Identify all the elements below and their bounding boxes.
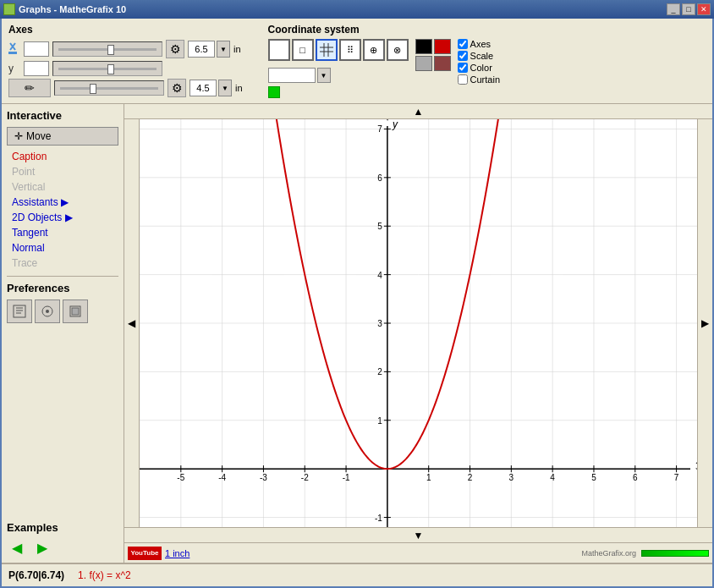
formula-expr: f(x) = x^2 — [89, 569, 130, 581]
checkbox-color[interactable]: Color — [458, 63, 500, 73]
pref-btn-2[interactable] — [35, 299, 60, 323]
checkbox-axes[interactable]: Axes — [458, 39, 500, 49]
y-size-dropdown[interactable]: ▼ — [218, 80, 232, 96]
pencil-button[interactable]: ✏ — [8, 79, 51, 97]
x-size-unit: in — [233, 44, 241, 54]
y-axis-letter: y — [8, 63, 20, 74]
line-sample[interactable] — [268, 68, 316, 83]
x-size-select: 6.5 ▼ — [188, 41, 230, 58]
svg-rect-5 — [14, 305, 25, 317]
x-axis-slider[interactable] — [52, 41, 162, 57]
graph-canvas[interactable] — [140, 119, 697, 527]
curtain-checkbox[interactable] — [458, 74, 468, 85]
next-example-button[interactable]: ▶ — [32, 537, 52, 558]
menu-tangent[interactable]: Tangent — [7, 225, 118, 240]
status-bar: P(6.70|6.74) 1. f(x) = x^2 — [2, 563, 712, 586]
minimize-button[interactable]: _ — [667, 3, 680, 15]
coord-dots[interactable]: ⠿ — [339, 39, 361, 61]
window-controls: _ □ ✕ — [667, 3, 711, 15]
line-dropdown[interactable]: ▼ — [317, 68, 331, 83]
svg-rect-0 — [8, 52, 17, 54]
pref-buttons — [7, 299, 118, 323]
y-axis-input[interactable] — [24, 61, 49, 76]
coord-blank[interactable] — [268, 39, 290, 61]
pencil-slider-thumb[interactable] — [90, 84, 96, 94]
close-button[interactable]: ✕ — [697, 3, 711, 15]
graph-container[interactable]: ◀ ▶ — [124, 119, 712, 527]
x-size-dropdown[interactable]: ▼ — [217, 41, 230, 58]
x-slider-thumb[interactable] — [107, 45, 114, 55]
swatch-black[interactable] — [415, 39, 432, 54]
coord-box[interactable]: □ — [292, 39, 314, 61]
color-swatches — [415, 39, 451, 85]
menu-trace[interactable]: Trace — [7, 256, 118, 271]
top-controls: Axes ⚙ 6.5 ▼ in — [2, 19, 712, 104]
menu-2d-objects[interactable]: 2D Objects ▶ — [7, 210, 118, 225]
scroll-up-button[interactable]: ▲ — [124, 104, 712, 119]
coord-grid[interactable] — [316, 39, 338, 61]
axes-section: Axes ⚙ 6.5 ▼ in — [8, 24, 243, 98]
prev-example-button[interactable]: ◀ — [7, 537, 27, 558]
axes-checkbox[interactable] — [458, 39, 468, 49]
axes-checkbox-label: Axes — [470, 39, 491, 49]
y-size-unit: in — [235, 83, 243, 93]
formula-index: 1. — [78, 569, 86, 581]
menu-caption[interactable]: Caption — [7, 149, 118, 164]
coord-label: Coordinate system — [268, 24, 500, 36]
y-size-value: 4.5 — [189, 80, 217, 96]
window-title: Graphs - MatheGrafix 10 — [19, 4, 126, 14]
coord-polar2[interactable]: ⊗ — [387, 39, 409, 61]
status-coords: P(6.70|6.74) — [8, 569, 64, 581]
interactive-label: Interactive — [7, 109, 118, 122]
y-axis-gear[interactable]: ⚙ — [168, 79, 186, 97]
x-axis-gear[interactable]: ⚙ — [166, 40, 184, 58]
green-indicator — [268, 86, 280, 98]
menu-point[interactable]: Point — [7, 164, 118, 179]
graph-area: ▲ ◀ ▶ ▼ YouTube 1 inch MatheGrafix.org — [124, 104, 712, 563]
move-icon: ✛ — [14, 130, 23, 142]
swatch-red[interactable] — [434, 39, 451, 54]
main-window: Axes ⚙ 6.5 ▼ in — [0, 19, 714, 588]
app-icon — [3, 3, 15, 15]
x-axis-input[interactable] — [24, 41, 49, 57]
curtain-checkbox-label: Curtain — [470, 74, 500, 85]
scroll-right-button[interactable]: ▶ — [697, 119, 712, 527]
pref-btn-1[interactable] — [7, 299, 32, 323]
checkboxes: Axes Scale Color Curtain — [458, 39, 500, 85]
maximize-button[interactable]: □ — [682, 3, 695, 15]
checkbox-scale[interactable]: Scale — [458, 51, 500, 61]
swatch-gray[interactable] — [415, 56, 432, 71]
pencil-row: ✏ ⚙ 4.5 ▼ in — [8, 79, 243, 97]
youtube-button[interactable]: YouTube — [128, 547, 162, 560]
y-size-select: 4.5 ▼ — [189, 80, 232, 96]
color-checkbox-label: Color — [470, 63, 492, 73]
example-nav: ◀ ▶ — [7, 537, 118, 558]
status-formula: 1. f(x) = x^2 — [78, 569, 131, 581]
color-checkbox[interactable] — [458, 63, 468, 73]
scroll-left-button[interactable]: ◀ — [124, 119, 140, 527]
coord-section: Coordinate system □ — [268, 24, 500, 98]
y-slider-thumb[interactable] — [107, 64, 114, 74]
scroll-down-button[interactable]: ▼ — [124, 527, 712, 542]
svg-point-10 — [46, 310, 49, 313]
inch-link[interactable]: 1 inch — [165, 548, 189, 558]
left-panel: Interactive ✛ Move Caption Point Vertica… — [2, 104, 124, 563]
checkbox-curtain[interactable]: Curtain — [458, 74, 500, 85]
x-axis-letter — [8, 41, 20, 58]
svg-rect-12 — [72, 308, 79, 315]
examples-label: Examples — [7, 521, 118, 534]
move-button[interactable]: ✛ Move — [7, 127, 118, 146]
x-size-value: 6.5 — [188, 41, 215, 58]
swatch-brown[interactable] — [434, 56, 451, 71]
pref-btn-3[interactable] — [63, 299, 88, 323]
y-axis-slider[interactable] — [52, 61, 162, 76]
menu-assistants[interactable]: Assistants ▶ — [7, 195, 118, 210]
pencil-slider[interactable] — [54, 80, 164, 96]
y-axis-row: y — [8, 61, 243, 76]
menu-normal[interactable]: Normal — [7, 240, 118, 256]
scale-checkbox[interactable] — [458, 51, 468, 61]
green-bar — [641, 550, 709, 557]
preferences-label: Preferences — [7, 282, 118, 294]
coord-polar[interactable]: ⊕ — [363, 39, 385, 61]
menu-vertical[interactable]: Vertical — [7, 179, 118, 195]
